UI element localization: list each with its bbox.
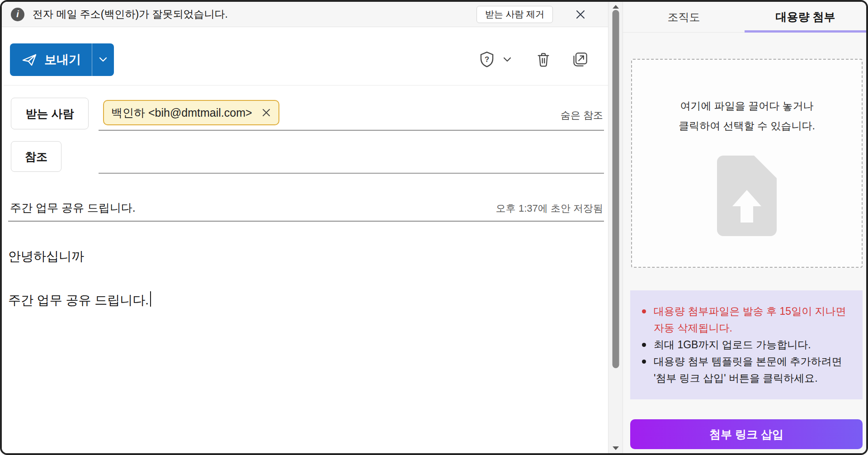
file-dropzone[interactable]: 여기에 파일을 끌어다 놓거나 클릭하여 선택할 수 있습니다. [631, 59, 863, 268]
compose-main-area: i 전자 메일 주소(백인하)가 잘못되었습니다. 받는 사람 제거 보내기 ? [2, 2, 608, 453]
text-cursor [150, 291, 151, 307]
remove-chip-button[interactable] [261, 108, 271, 118]
cc-button[interactable]: 참조 [11, 141, 61, 172]
error-message: 전자 메일 주소(백인하)가 잘못되었습니다. [33, 7, 228, 21]
recipient-chip-label: 백인하 <bih@dmtmail.com> [111, 105, 252, 120]
shield-question-icon: ? [479, 51, 495, 68]
toolbar-divider [4, 85, 608, 85]
attachment-notes: 대용량 첨부파일은 발송 후 15일이 지나면 자동 삭제됩니다. 최대 1GB… [630, 290, 863, 399]
scroll-up-icon[interactable] [613, 5, 619, 9]
scrollbar-thumb[interactable] [612, 10, 619, 368]
send-button[interactable]: 보내기 [10, 43, 92, 76]
side-panel-tabs: 조직도 대용량 첨부 [623, 2, 866, 33]
bullet-icon [642, 343, 646, 347]
attachment-side-panel: 조직도 대용량 첨부 여기에 파일을 끌어다 놓거나 클릭하여 선택할 수 있습… [623, 2, 866, 453]
chevron-down-icon [502, 57, 512, 63]
security-shield-button[interactable]: ? [479, 51, 495, 68]
bullet-icon [642, 360, 646, 364]
error-banner: i 전자 메일 주소(백인하)가 잘못되었습니다. 받는 사람 제거 [2, 2, 608, 27]
trash-icon [536, 51, 551, 68]
send-label: 보내기 [44, 52, 81, 68]
cc-input[interactable] [99, 142, 604, 173]
subject-row: 주간 업무 공유 드립니다. 오후 1:37에 초안 저장됨 [8, 196, 604, 222]
dropzone-text-line1: 여기에 파일을 끌어다 놓거나 [632, 96, 862, 116]
chevron-down-icon [98, 57, 108, 63]
svg-text:?: ? [485, 55, 489, 64]
compose-toolbar-icons: ? [479, 45, 588, 74]
vertical-scrollbar[interactable] [608, 2, 623, 453]
security-options-dropdown[interactable] [502, 57, 512, 63]
to-button[interactable]: 받는 사람 [11, 98, 89, 129]
scroll-down-icon[interactable] [613, 446, 619, 450]
send-options-dropdown[interactable] [92, 43, 114, 76]
open-in-new-window-icon [572, 52, 588, 68]
bullet-icon [642, 309, 646, 313]
note-item: 대용량 첨부파일은 발송 후 15일이 지나면 자동 삭제됩니다. [642, 303, 850, 337]
cc-field[interactable] [99, 142, 604, 174]
file-upload-icon [717, 156, 777, 236]
subject-input[interactable]: 주간 업무 공유 드립니다. [10, 200, 136, 215]
to-field[interactable]: 백인하 <bih@dmtmail.com> 숨은 참조 [99, 98, 604, 131]
insert-attachment-link-button[interactable]: 첨부 링크 삽입 [630, 419, 863, 449]
info-icon: i [11, 8, 24, 21]
close-icon [574, 8, 587, 21]
message-body-editor[interactable]: 안녕하십니까 주간 업무 공유 드립니다. [8, 248, 599, 449]
body-line: 주간 업무 공유 드립니다. [8, 291, 599, 309]
bcc-toggle-link[interactable]: 숨은 참조 [561, 109, 603, 122]
tab-org-chart[interactable]: 조직도 [623, 2, 745, 32]
remove-recipient-button[interactable]: 받는 사람 제거 [476, 6, 553, 23]
chip-remove-icon [261, 108, 271, 118]
email-compose-window: i 전자 메일 주소(백인하)가 잘못되었습니다. 받는 사람 제거 보내기 ? [0, 0, 868, 455]
tab-large-attachment[interactable]: 대용량 첨부 [745, 2, 866, 32]
body-line: 안녕하십니까 [8, 248, 599, 265]
open-in-new-window-button[interactable] [572, 52, 588, 68]
note-item: 대용량 첨부 템플릿을 본문에 추가하려면 '첨부 링크 삽입' 버튼을 클릭하… [642, 353, 850, 387]
recipient-chip[interactable]: 백인하 <bih@dmtmail.com> [103, 100, 279, 125]
send-icon [21, 52, 38, 67]
dropzone-text-line2: 클릭하여 선택할 수 있습니다. [632, 116, 862, 136]
draft-saved-status: 오후 1:37에 초안 저장됨 [496, 202, 603, 215]
close-banner-button[interactable] [574, 8, 587, 21]
discard-draft-button[interactable] [536, 51, 551, 68]
note-item: 최대 1GB까지 업로드 가능합니다. [642, 337, 850, 353]
send-split-button: 보내기 [10, 43, 114, 76]
